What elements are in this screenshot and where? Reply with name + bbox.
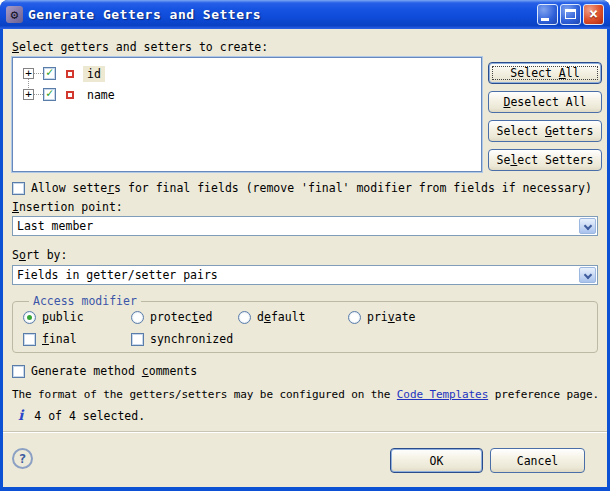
ok-button[interactable]: OK bbox=[390, 448, 483, 473]
format-note: The format of the getters/setters may be… bbox=[12, 388, 599, 401]
tree-connector bbox=[34, 94, 43, 95]
maximize-button[interactable] bbox=[560, 4, 581, 25]
format-note-after: preference page. bbox=[488, 388, 599, 401]
allow-setters-checkbox[interactable] bbox=[12, 182, 25, 195]
sort-by-label: Sort by: bbox=[12, 248, 67, 262]
help-button[interactable]: ? bbox=[12, 448, 33, 469]
info-icon: i bbox=[18, 407, 23, 423]
status-row: i 4 of 4 selected. bbox=[18, 407, 145, 423]
radio-private[interactable]: private bbox=[348, 310, 416, 324]
dialog-window: ⚙ Generate Getters and Setters × Select … bbox=[0, 0, 610, 491]
expand-icon[interactable] bbox=[23, 89, 34, 100]
final-row[interactable]: final bbox=[23, 332, 77, 346]
access-modifier-legend: Access modifier bbox=[29, 294, 141, 308]
sort-by-combobox[interactable]: Fields in getter/setter pairs bbox=[12, 265, 598, 285]
protected-radio[interactable] bbox=[131, 311, 144, 324]
deselect-all-button[interactable]: Deselect All bbox=[488, 91, 602, 113]
minimize-icon bbox=[541, 18, 549, 21]
tree-item-label[interactable]: id bbox=[83, 66, 105, 82]
tree-section-label: Select getters and setters to create: bbox=[12, 40, 268, 54]
public-label: public bbox=[42, 310, 84, 324]
status-text: 4 of 4 selected. bbox=[34, 409, 145, 423]
chevron-down-icon[interactable] bbox=[579, 218, 596, 234]
cancel-button[interactable]: Cancel bbox=[490, 448, 585, 473]
private-label: private bbox=[367, 310, 416, 324]
default-label: default bbox=[257, 310, 306, 324]
tree-item-label[interactable]: name bbox=[83, 87, 119, 103]
final-label: final bbox=[42, 332, 77, 346]
minimize-button[interactable] bbox=[537, 4, 558, 25]
close-button[interactable]: × bbox=[583, 4, 604, 25]
tree-connector bbox=[34, 73, 43, 74]
private-radio[interactable] bbox=[348, 311, 361, 324]
java-field-icon bbox=[66, 70, 74, 78]
synchronized-checkbox[interactable] bbox=[131, 333, 144, 346]
java-field-icon bbox=[66, 91, 74, 99]
access-modifier-group: Access modifier public protected default… bbox=[12, 301, 598, 353]
maximize-icon bbox=[565, 9, 576, 19]
generate-comments-label: Generate method comments bbox=[31, 364, 197, 378]
expand-icon[interactable] bbox=[23, 68, 34, 79]
window-title: Generate Getters and Setters bbox=[28, 7, 261, 22]
allow-setters-row[interactable]: Allow setters for final fields (remove '… bbox=[12, 181, 592, 195]
insertion-point-combobox[interactable]: Last member bbox=[12, 216, 598, 236]
gear-icon: ⚙ bbox=[6, 6, 23, 23]
tree-item-checkbox[interactable] bbox=[43, 88, 56, 101]
button-bar-separator bbox=[3, 431, 607, 433]
radio-default[interactable]: default bbox=[238, 310, 306, 324]
final-checkbox[interactable] bbox=[23, 333, 36, 346]
generate-comments-row[interactable]: Generate method comments bbox=[12, 364, 197, 378]
format-note-before: The format of the getters/setters may be… bbox=[12, 388, 397, 401]
allow-setters-label: Allow setters for final fields (remove '… bbox=[31, 181, 592, 195]
select-getters-button[interactable]: Select Getters bbox=[488, 120, 602, 142]
public-radio[interactable] bbox=[23, 311, 36, 324]
insertion-point-label: Insertion point: bbox=[12, 200, 123, 214]
tree-item-checkbox[interactable] bbox=[43, 67, 56, 80]
sort-by-value: Fields in getter/setter pairs bbox=[13, 268, 218, 282]
code-templates-link[interactable]: Code Templates bbox=[397, 388, 488, 401]
select-setters-button[interactable]: Select Setters bbox=[488, 149, 602, 171]
default-radio[interactable] bbox=[238, 311, 251, 324]
tree-row[interactable]: name bbox=[13, 84, 481, 105]
close-icon: × bbox=[584, 5, 603, 24]
synchronized-label: synchronized bbox=[150, 332, 233, 346]
title-bar: ⚙ Generate Getters and Setters × bbox=[0, 0, 610, 29]
insertion-point-value: Last member bbox=[13, 219, 93, 233]
synchronized-row[interactable]: synchronized bbox=[131, 332, 233, 346]
select-all-button[interactable]: Select All bbox=[488, 62, 602, 84]
getter-setter-tree[interactable]: id name bbox=[12, 57, 482, 172]
generate-comments-checkbox[interactable] bbox=[12, 365, 25, 378]
protected-label: protected bbox=[150, 310, 212, 324]
tree-row[interactable]: id bbox=[13, 63, 481, 84]
radio-protected[interactable]: protected bbox=[131, 310, 212, 324]
chevron-down-icon[interactable] bbox=[579, 267, 596, 283]
radio-public[interactable]: public bbox=[23, 310, 84, 324]
